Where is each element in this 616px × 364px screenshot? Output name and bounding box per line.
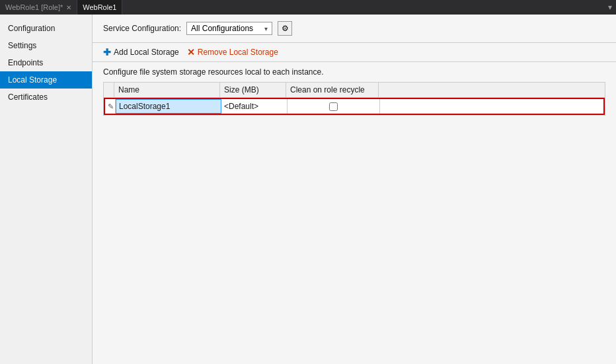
- close-icon-webrole1-role[interactable]: ✕: [66, 4, 71, 11]
- add-local-storage-button[interactable]: ✚ Add Local Storage: [103, 47, 179, 57]
- sidebar-item-configuration[interactable]: Configuration: [0, 20, 92, 37]
- tab-label-webrole1: WebRole1: [83, 3, 116, 11]
- row-extra-cell: [380, 99, 603, 114]
- col-header-extra: [379, 83, 605, 97]
- service-config-dropdown[interactable]: All Configurations ▾: [186, 22, 272, 35]
- service-config-label: Service Configuration:: [103, 24, 181, 33]
- name-input[interactable]: [119, 102, 218, 111]
- tab-webrole1[interactable]: WebRole1: [77, 0, 122, 15]
- service-config-icon-button[interactable]: ⚙: [278, 21, 292, 36]
- row-size-cell: <Default>: [221, 99, 288, 114]
- row-edit-cell: ✎: [105, 99, 116, 114]
- remove-icon: ✕: [187, 47, 195, 57]
- tab-dropdown-btn[interactable]: ▾: [604, 0, 616, 15]
- remove-local-storage-button[interactable]: ✕ Remove Local Storage: [187, 47, 278, 57]
- add-icon: ✚: [103, 47, 111, 57]
- sidebar-item-local-storage[interactable]: Local Storage: [0, 71, 92, 89]
- local-storage-table: Name Size (MB) Clean on role recycle ✎ <…: [103, 82, 605, 116]
- chevron-down-icon: ▾: [608, 3, 612, 12]
- clean-on-recycle-checkbox[interactable]: [329, 102, 338, 111]
- tab-webrole1-role[interactable]: WebRole1 [Role]* ✕: [0, 0, 77, 15]
- toolbar: ✚ Add Local Storage ✕ Remove Local Stora…: [93, 43, 616, 62]
- col-header-size: Size (MB): [220, 83, 286, 97]
- pencil-icon: ✎: [108, 102, 114, 111]
- sidebar-item-certificates[interactable]: Certificates: [0, 89, 92, 106]
- sidebar-item-settings[interactable]: Settings: [0, 37, 92, 54]
- service-config-value: All Configurations: [191, 24, 253, 33]
- tab-label-webrole1-role: WebRole1 [Role]*: [5, 3, 63, 11]
- sidebar-item-endpoints[interactable]: Endpoints: [0, 54, 92, 71]
- main-container: Configuration Settings Endpoints Local S…: [0, 15, 616, 364]
- row-clean-cell[interactable]: [288, 99, 380, 114]
- tab-bar: WebRole1 [Role]* ✕ WebRole1 ▾: [0, 0, 616, 15]
- description-text: Configure file system storage resources …: [93, 62, 616, 82]
- service-config-bar: Service Configuration: All Configuration…: [93, 15, 616, 43]
- col-header-clean: Clean on role recycle: [286, 83, 379, 97]
- content-area: Service Configuration: All Configuration…: [93, 15, 616, 364]
- table-header: Name Size (MB) Clean on role recycle: [104, 83, 605, 98]
- col-header-edit: [104, 83, 114, 97]
- col-header-name: Name: [114, 83, 220, 97]
- gear-icon: ⚙: [282, 24, 289, 33]
- table-row: ✎ <Default>: [104, 98, 605, 115]
- chevron-down-icon: ▾: [264, 25, 268, 32]
- sidebar: Configuration Settings Endpoints Local S…: [0, 15, 93, 364]
- row-name-cell[interactable]: [116, 99, 221, 114]
